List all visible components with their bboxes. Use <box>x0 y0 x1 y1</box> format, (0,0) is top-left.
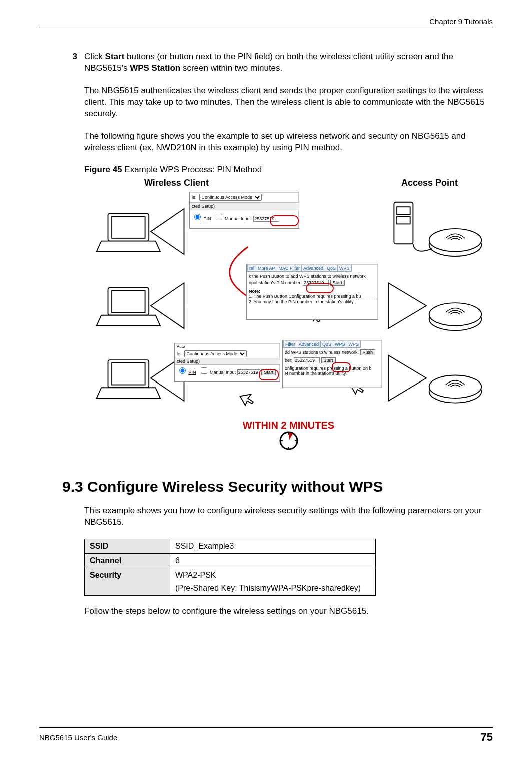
tab[interactable]: QoS <box>320 341 333 348</box>
pin-label: PIN <box>189 370 196 375</box>
section-title: Configure Wireless Security without WPS <box>83 478 383 495</box>
param-key: Channel <box>85 554 170 568</box>
svg-rect-9 <box>112 290 145 312</box>
button-label-ref: Start <box>105 52 125 61</box>
manual-input-label: Manual Input <box>210 370 236 375</box>
label-wireless-client: Wireless Client <box>144 178 209 188</box>
body-paragraph: The following figure shows you the examp… <box>84 131 493 154</box>
tab[interactable]: More AP <box>256 265 277 272</box>
svg-rect-6 <box>112 216 145 238</box>
svg-rect-16 <box>397 216 410 224</box>
text: 2. You may find the PIN number in the st… <box>247 299 378 304</box>
body-paragraph: Follow the steps below to configure the … <box>84 606 493 617</box>
setup-label: cted Setup) <box>190 202 299 210</box>
highlight-circle <box>306 283 334 293</box>
text: Click <box>84 52 105 61</box>
svg-point-18 <box>429 228 482 251</box>
header-rule <box>39 28 493 28</box>
page-footer: NBG5615 User's Guide 75 <box>39 727 493 744</box>
svg-rect-12 <box>112 362 145 385</box>
param-value: WPA2-PSK (Pre-Shared Key: ThisismyWPA-PS… <box>170 568 376 596</box>
figure-title: Example WPS Process: PIN Method <box>122 165 262 174</box>
svg-marker-10 <box>97 315 160 325</box>
param-key: Security <box>85 568 170 596</box>
svg-rect-15 <box>397 207 410 214</box>
screenshot-ap-pin: ralMore APMAC FilterAdvancedQoSWPS k the… <box>246 264 378 320</box>
step-text: Click Start buttons (or button next to t… <box>84 51 493 74</box>
svg-marker-24 <box>240 391 255 407</box>
text: dd WPS stations to wireless network: <box>285 350 359 355</box>
svg-marker-7 <box>97 241 160 251</box>
manual-input-checkbox[interactable] <box>201 367 207 374</box>
text: nput station's PIN number: <box>249 280 302 285</box>
body-paragraph: The NBG5615 authenticates the wireless c… <box>84 85 493 120</box>
note-label: Note: <box>249 289 260 294</box>
svg-marker-13 <box>97 388 160 398</box>
tab[interactable]: WPS <box>347 341 361 348</box>
tab[interactable]: WPS <box>337 265 352 272</box>
text: screen within two minutes. <box>180 63 282 73</box>
text: N number in the station's utility. <box>283 371 382 376</box>
tab[interactable]: Advanced <box>301 265 325 272</box>
manual-input-label: Manual Input <box>225 216 251 221</box>
highlight-circle <box>332 362 351 372</box>
figure-45: Wireless Client Access Point <box>84 178 493 448</box>
svg-point-22 <box>429 375 482 398</box>
screenshot-client-start: Auto le: Continuous Access Mode cted Set… <box>174 343 280 382</box>
start-button[interactable]: Start <box>321 357 336 363</box>
param-value: 6 <box>170 554 376 568</box>
tab[interactable]: WPS <box>333 341 347 348</box>
push-button[interactable]: Push <box>360 349 376 355</box>
table-row: Channel 6 <box>85 554 376 568</box>
pin-radio[interactable] <box>179 367 186 374</box>
step-number: 3 <box>62 51 84 74</box>
svg-marker-3 <box>388 283 426 328</box>
within-2-minutes-label: WITHIN 2 MINUTES <box>84 420 493 431</box>
section-heading: 9.3 Configure Wireless Security without … <box>62 478 493 495</box>
preshared-key: (Pre-Shared Key: ThisismyWPA-PSKpre-shar… <box>175 584 370 593</box>
wireless-params-table: SSID SSID_Example3 Channel 6 Security WP… <box>84 539 376 596</box>
screen-name-ref: WPS Station <box>130 63 180 73</box>
label-access-point: Access Point <box>401 178 458 188</box>
svg-marker-4 <box>388 355 426 401</box>
figure-caption: Figure 45 Example WPS Process: PIN Metho… <box>84 165 493 175</box>
security-mode: WPA2-PSK <box>175 571 370 580</box>
pin-value-field[interactable] <box>237 369 260 375</box>
screenshot-ap-start: FilterAdvancedQoSWPSWPS dd WPS stations … <box>282 340 382 388</box>
guide-title: NBG5615 User's Guide <box>39 733 117 742</box>
tab[interactable]: MAC Filter <box>277 265 302 272</box>
tab[interactable]: Filter <box>283 341 297 348</box>
param-value: SSID_Example3 <box>170 539 376 554</box>
table-row: Security WPA2-PSK (Pre-Shared Key: Thisi… <box>85 568 376 596</box>
screenshot-client-pin: le: Continuous Access Mode cted Setup) P… <box>189 192 299 229</box>
step-3: 3 Click Start buttons (or button next to… <box>62 51 493 74</box>
highlight-circle <box>259 369 279 380</box>
section-number: 9.3 <box>62 478 83 495</box>
clock-icon <box>278 430 299 451</box>
figure-number: Figure 45 <box>84 165 122 174</box>
param-key: SSID <box>85 539 170 554</box>
manual-input-checkbox[interactable] <box>216 214 222 220</box>
auto-label: Auto <box>175 343 280 350</box>
pin-label: PIN <box>204 216 211 221</box>
text: k the Push Button to add WPS stations to… <box>247 272 378 279</box>
text: 1. The Push Button Configuration require… <box>247 294 378 299</box>
pin-radio[interactable] <box>194 214 201 220</box>
svg-point-20 <box>429 303 482 326</box>
mode-select[interactable]: Continuous Access Mode <box>199 194 262 201</box>
highlight-circle <box>270 215 299 226</box>
body-paragraph: This example shows you how to configure … <box>84 505 493 528</box>
tab[interactable]: ral <box>247 265 256 272</box>
setup-label: cted Setup) <box>175 358 280 365</box>
table-row: SSID SSID_Example3 <box>85 539 376 554</box>
tab[interactable]: QoS <box>325 265 338 272</box>
tab[interactable]: Advanced <box>297 341 321 348</box>
pin-number-field[interactable] <box>294 357 320 363</box>
mode-select[interactable]: Continuous Access Mode <box>184 350 247 357</box>
text: ber: <box>285 358 293 363</box>
page-number: 75 <box>481 731 493 744</box>
chapter-header: Chapter 9 Tutorials <box>39 17 493 26</box>
